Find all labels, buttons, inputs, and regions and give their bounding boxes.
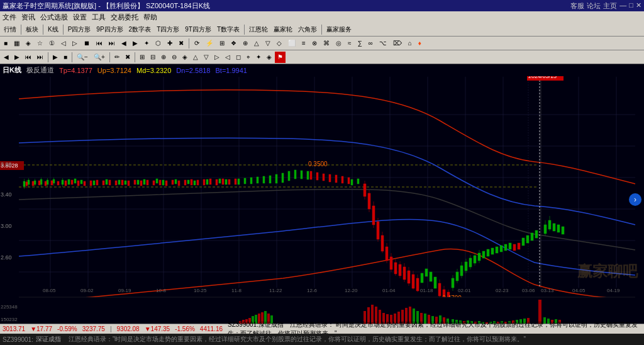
- tb2-btn-10[interactable]: ▶: [130, 38, 140, 49]
- btn-quotes[interactable]: 行情: [1, 24, 19, 35]
- svg-rect-102: [178, 181, 180, 186]
- client-service-link[interactable]: 客服: [570, 1, 584, 11]
- tb2-btn-30[interactable]: ∞: [366, 38, 375, 49]
- tb3-extra6[interactable]: △: [191, 52, 201, 63]
- tb2-btn-23[interactable]: ⬜: [286, 38, 298, 49]
- tb2-btn-15[interactable]: ⟳: [192, 38, 202, 49]
- tb3-extra7[interactable]: ▽: [201, 52, 211, 63]
- tb2-btn-9[interactable]: ◀: [119, 38, 129, 49]
- tb2-btn-14[interactable]: ✖: [176, 38, 186, 49]
- menu-formula[interactable]: 公式选股: [40, 13, 68, 22]
- svg-rect-69: [275, 174, 277, 183]
- btn-t4[interactable]: T四方形: [154, 24, 182, 35]
- tb2-btn-5[interactable]: ①: [47, 38, 57, 49]
- tb3-extra11[interactable]: ⌖: [244, 52, 253, 63]
- bt-val: Bt=1.9941: [216, 67, 247, 74]
- tb3-draw[interactable]: ✏: [112, 52, 122, 63]
- tb3-extra8[interactable]: ▷: [212, 52, 222, 63]
- tb2-btn-2[interactable]: ▦: [11, 38, 22, 49]
- btn-hex[interactable]: 六角形: [296, 24, 319, 35]
- home-link[interactable]: 主页: [603, 1, 617, 11]
- tb2-btn-26[interactable]: ⌘: [321, 38, 332, 49]
- tb2-btn-18[interactable]: ❖: [228, 38, 239, 49]
- svg-text:01-04: 01-04: [382, 288, 396, 293]
- tb2-btn-12[interactable]: ⬡: [153, 38, 164, 49]
- tb2-btn-32[interactable]: ⌦: [391, 38, 404, 49]
- btn-block[interactable]: 板块: [23, 24, 41, 35]
- tb2-btn-16[interactable]: ⚡: [203, 38, 216, 49]
- sidebar-expand-btn[interactable]: ›: [629, 193, 641, 206]
- svg-rect-48: [80, 180, 82, 184]
- tb2-btn-7[interactable]: ▷: [70, 38, 80, 49]
- tb3-left[interactable]: ◀: [1, 52, 11, 63]
- menu-tools[interactable]: 工具: [92, 13, 106, 22]
- maximize-btn[interactable]: □: [629, 1, 633, 11]
- tb2-btn-11[interactable]: ✦: [142, 38, 152, 49]
- menu-help[interactable]: 帮助: [143, 13, 157, 22]
- tb2-btn-22[interactable]: ◇: [274, 38, 284, 49]
- indicator-label: 极反通道: [26, 65, 54, 75]
- minimize-btn[interactable]: —: [619, 1, 626, 11]
- btn-winner[interactable]: 赢家轮: [271, 24, 295, 35]
- svg-rect-92: [115, 181, 117, 185]
- tb3-extra9[interactable]: ◁: [223, 52, 233, 63]
- btn-gann[interactable]: 江恩轮: [247, 24, 270, 35]
- menu-news[interactable]: 资讯: [21, 13, 35, 22]
- tb2-btn-33[interactable]: ⌂: [406, 38, 414, 49]
- tb2-btn-prev[interactable]: ⏮: [94, 38, 105, 49]
- tb3-clear[interactable]: ✖: [123, 52, 133, 63]
- tb3-extra12[interactable]: ✦: [253, 52, 264, 63]
- tb3-home[interactable]: ⏮: [23, 52, 34, 63]
- svg-rect-101: [172, 180, 174, 184]
- tb2-btn-4[interactable]: ☆: [35, 38, 45, 49]
- menu-trade[interactable]: 交易委托: [111, 13, 138, 22]
- tb2-btn-stop[interactable]: ⏹: [81, 38, 92, 49]
- tb3-extra14[interactable]: ⚑: [275, 52, 286, 63]
- btn-p4[interactable]: P四方形: [65, 24, 94, 35]
- btn-2num[interactable]: 2数字表: [126, 24, 154, 35]
- tb2-btn-1[interactable]: ■: [1, 38, 10, 49]
- tb2-btn-17[interactable]: ⊞: [217, 38, 227, 49]
- tb2-btn-3[interactable]: ◈: [23, 38, 33, 49]
- svg-text:04-19: 04-19: [607, 288, 620, 293]
- menu-settings[interactable]: 设置: [73, 13, 87, 22]
- close-btn[interactable]: ✕: [636, 1, 641, 11]
- tb3-stop[interactable]: ■: [61, 52, 70, 63]
- forum-link[interactable]: 论坛: [587, 1, 601, 11]
- tb3-extra1[interactable]: ⊞: [137, 52, 147, 63]
- tb2-btn-29[interactable]: ∑: [355, 38, 364, 49]
- tb2-btn-27[interactable]: ◎: [333, 38, 344, 49]
- btn-9p4[interactable]: 9P四方形: [94, 24, 125, 35]
- tb2-btn-19[interactable]: ⊕: [240, 38, 250, 49]
- tb2-btn-24[interactable]: ≡: [299, 38, 308, 49]
- tb2-btn-28[interactable]: ≈: [345, 38, 354, 49]
- tb3-extra5[interactable]: ◈: [180, 52, 190, 63]
- tb3-zoom-in[interactable]: 🔍+: [91, 52, 108, 63]
- tb3-zoom-out[interactable]: 🔍−: [74, 52, 91, 63]
- menu-file[interactable]: 文件: [3, 13, 16, 22]
- tb3-extra10[interactable]: ◻: [233, 52, 243, 63]
- svg-rect-171: [491, 248, 494, 254]
- svg-rect-80: [38, 181, 40, 185]
- btn-kline[interactable]: K线: [45, 24, 61, 35]
- tb2-btn-next[interactable]: ⏭: [106, 38, 118, 49]
- tb2-btn-25[interactable]: ⊗: [309, 38, 319, 49]
- btn-tnum[interactable]: T数字表: [214, 24, 242, 35]
- tb3-extra13[interactable]: ◈: [264, 52, 274, 63]
- tb3-extra3[interactable]: ⊕: [158, 52, 169, 63]
- tb2-btn-34[interactable]: ♦: [416, 38, 424, 49]
- tb3-end[interactable]: ⏭: [35, 52, 46, 63]
- svg-rect-56: [162, 180, 164, 185]
- svg-rect-50: [106, 179, 108, 184]
- tb2-btn-31[interactable]: ⌥: [377, 38, 389, 49]
- tb2-btn-13[interactable]: ✚: [165, 38, 175, 49]
- tb3-play[interactable]: ▶: [50, 52, 60, 63]
- tb3-extra2[interactable]: ⊟: [148, 52, 158, 63]
- tb3-extra4[interactable]: ⊖: [169, 52, 179, 63]
- tb2-btn-6[interactable]: ◁: [58, 38, 69, 49]
- btn-winner-service[interactable]: 赢家服务: [324, 24, 354, 35]
- tb3-right[interactable]: ▶: [12, 52, 22, 63]
- btn-9t4[interactable]: 9T四方形: [182, 24, 214, 35]
- tb2-btn-21[interactable]: ▽: [263, 38, 273, 49]
- tb2-btn-20[interactable]: △: [252, 38, 262, 49]
